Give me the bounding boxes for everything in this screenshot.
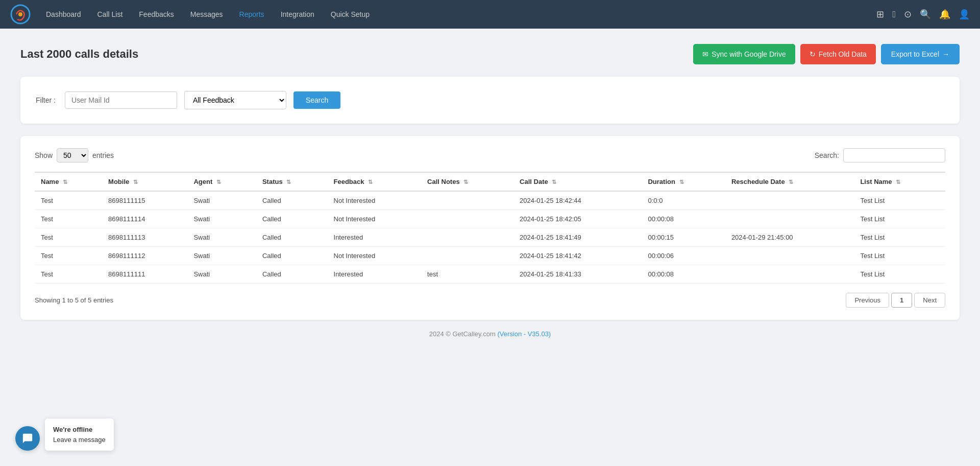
next-button[interactable]: Next bbox=[914, 293, 945, 308]
android-icon[interactable]: ⊞ bbox=[876, 9, 884, 20]
table-cell-row1-col4: Not Interested bbox=[328, 210, 422, 228]
table-cell-row1-col6: 2024-01-25 18:42:05 bbox=[513, 210, 642, 228]
col-duration[interactable]: Duration ⇅ bbox=[642, 172, 725, 191]
table-cell-row4-col9: Test List bbox=[854, 265, 945, 284]
table-cell-row1-col8 bbox=[725, 210, 854, 228]
table-cell-row3-col7: 00:00:06 bbox=[642, 247, 725, 265]
table-controls: Show 10 25 50 100 entries Search: bbox=[35, 148, 945, 162]
col-call-notes[interactable]: Call Notes ⇅ bbox=[421, 172, 513, 191]
table-cell-row1-col9: Test List bbox=[854, 210, 945, 228]
help-icon[interactable]: ⊙ bbox=[904, 9, 912, 20]
filter-card: Filter : All Feedback Interested Not Int… bbox=[20, 77, 960, 124]
feedback-select[interactable]: All Feedback Interested Not Interested C… bbox=[184, 91, 286, 109]
table-cell-row3-col6: 2024-01-25 18:41:42 bbox=[513, 247, 642, 265]
table-cell-row2-col1: 8698111113 bbox=[102, 228, 187, 247]
page-1-button[interactable]: 1 bbox=[891, 293, 912, 308]
col-list-name[interactable]: List Name ⇅ bbox=[854, 172, 945, 191]
table-cell-row4-col3: Called bbox=[256, 265, 328, 284]
export-to-excel-button[interactable]: Export to Excel → bbox=[881, 44, 960, 64]
nav-reports[interactable]: Reports bbox=[232, 6, 272, 22]
fetch-old-data-button[interactable]: ↻ Fetch Old Data bbox=[800, 44, 876, 64]
search-button[interactable]: Search bbox=[293, 91, 340, 109]
entries-select[interactable]: 10 25 50 100 bbox=[57, 148, 88, 162]
table-cell-row3-col4: Not Interested bbox=[328, 247, 422, 265]
sort-reschedule-icon: ⇅ bbox=[789, 179, 793, 185]
sort-feedback-icon: ⇅ bbox=[368, 179, 373, 185]
table-cell-row3-col2: Swati bbox=[187, 247, 256, 265]
table-cell-row1-col5 bbox=[421, 210, 513, 228]
sync-google-drive-button[interactable]: ✉ Sync with Google Drive bbox=[693, 44, 795, 64]
filter-label: Filter : bbox=[36, 96, 56, 104]
table-cell-row3-col1: 8698111112 bbox=[102, 247, 187, 265]
nav-messages[interactable]: Messages bbox=[183, 6, 230, 22]
table-cell-row0-col3: Called bbox=[256, 191, 328, 210]
col-status[interactable]: Status ⇅ bbox=[256, 172, 328, 191]
table-cell-row0-col6: 2024-01-25 18:42:44 bbox=[513, 191, 642, 210]
search-icon[interactable]: 🔍 bbox=[920, 9, 931, 20]
table-cell-row4-col4: Interested bbox=[328, 265, 422, 284]
sort-call-notes-icon: ⇅ bbox=[463, 179, 468, 185]
table-cell-row4-col5: test bbox=[421, 265, 513, 284]
col-name[interactable]: Name ⇅ bbox=[35, 172, 102, 191]
table-search-label: Search: bbox=[815, 151, 839, 159]
arrow-right-icon: → bbox=[942, 50, 949, 58]
table-cell-row0-col0: Test bbox=[35, 191, 102, 210]
nav-quick-setup[interactable]: Quick Setup bbox=[324, 6, 377, 22]
table-row: Test8698111113SwatiCalledInterested2024-… bbox=[35, 228, 945, 247]
nav-integration[interactable]: Integration bbox=[274, 6, 322, 22]
table-header-row: Name ⇅ Mobile ⇅ Agent ⇅ Status ⇅ Feedbac… bbox=[35, 172, 945, 191]
table-cell-row2-col0: Test bbox=[35, 228, 102, 247]
table-cell-row3-col9: Test List bbox=[854, 247, 945, 265]
table-cell-row3-col3: Called bbox=[256, 247, 328, 265]
app-logo bbox=[10, 4, 31, 25]
page-header: Last 2000 calls details ✉ Sync with Goog… bbox=[20, 44, 960, 64]
nav-links: Dashboard Call List Feedbacks Messages R… bbox=[39, 6, 874, 22]
table-row: Test8698111112SwatiCalledNot Interested2… bbox=[35, 247, 945, 265]
table-cell-row0-col8 bbox=[725, 191, 854, 210]
svg-point-1 bbox=[18, 12, 22, 16]
table-cell-row0-col9: Test List bbox=[854, 191, 945, 210]
page-title: Last 2000 calls details bbox=[20, 48, 138, 61]
table-cell-row1-col1: 8698111114 bbox=[102, 210, 187, 228]
footer-version: (Version - V35.03) bbox=[497, 330, 551, 338]
notifications-icon[interactable]: 🔔 bbox=[939, 9, 950, 20]
entries-label: entries bbox=[92, 151, 114, 159]
table-cell-row0-col4: Not Interested bbox=[328, 191, 422, 210]
col-mobile[interactable]: Mobile ⇅ bbox=[102, 172, 187, 191]
table-cell-row2-col2: Swati bbox=[187, 228, 256, 247]
data-table: Name ⇅ Mobile ⇅ Agent ⇅ Status ⇅ Feedbac… bbox=[35, 172, 945, 284]
sort-call-date-icon: ⇅ bbox=[552, 179, 556, 185]
table-card: Show 10 25 50 100 entries Search: Name ⇅… bbox=[20, 136, 960, 320]
col-agent[interactable]: Agent ⇅ bbox=[187, 172, 256, 191]
table-cell-row4-col6: 2024-01-25 18:41:33 bbox=[513, 265, 642, 284]
table-cell-row4-col8 bbox=[725, 265, 854, 284]
previous-button[interactable]: Previous bbox=[846, 293, 889, 308]
table-cell-row0-col7: 0:0:0 bbox=[642, 191, 725, 210]
table-cell-row1-col3: Called bbox=[256, 210, 328, 228]
nav-call-list[interactable]: Call List bbox=[90, 6, 130, 22]
user-mail-input[interactable] bbox=[65, 91, 177, 109]
apple-icon[interactable]:  bbox=[892, 9, 896, 20]
navbar-icons: ⊞  ⊙ 🔍 🔔 👤 bbox=[876, 9, 970, 20]
table-search: Search: bbox=[815, 148, 945, 162]
table-cell-row4-col7: 00:00:08 bbox=[642, 265, 725, 284]
table-search-input[interactable] bbox=[843, 148, 945, 162]
table-header: Name ⇅ Mobile ⇅ Agent ⇅ Status ⇅ Feedbac… bbox=[35, 172, 945, 191]
user-icon[interactable]: 👤 bbox=[959, 9, 970, 20]
navbar: Dashboard Call List Feedbacks Messages R… bbox=[0, 0, 980, 29]
table-cell-row4-col0: Test bbox=[35, 265, 102, 284]
col-reschedule-date[interactable]: Reschedule Date ⇅ bbox=[725, 172, 854, 191]
table-cell-row1-col0: Test bbox=[35, 210, 102, 228]
nav-dashboard[interactable]: Dashboard bbox=[39, 6, 88, 22]
sort-list-name-icon: ⇅ bbox=[896, 179, 900, 185]
table-cell-row2-col8: 2024-01-29 21:45:00 bbox=[725, 228, 854, 247]
col-call-date[interactable]: Call Date ⇅ bbox=[513, 172, 642, 191]
show-entries-control: Show 10 25 50 100 entries bbox=[35, 148, 114, 162]
header-buttons: ✉ Sync with Google Drive ↻ Fetch Old Dat… bbox=[693, 44, 960, 64]
table-row: Test8698111114SwatiCalledNot Interested2… bbox=[35, 210, 945, 228]
pagination-controls: Previous 1 Next bbox=[846, 293, 945, 308]
table-cell-row0-col5 bbox=[421, 191, 513, 210]
col-feedback[interactable]: Feedback ⇅ bbox=[328, 172, 422, 191]
nav-feedbacks[interactable]: Feedbacks bbox=[132, 6, 181, 22]
table-cell-row2-col7: 00:00:15 bbox=[642, 228, 725, 247]
